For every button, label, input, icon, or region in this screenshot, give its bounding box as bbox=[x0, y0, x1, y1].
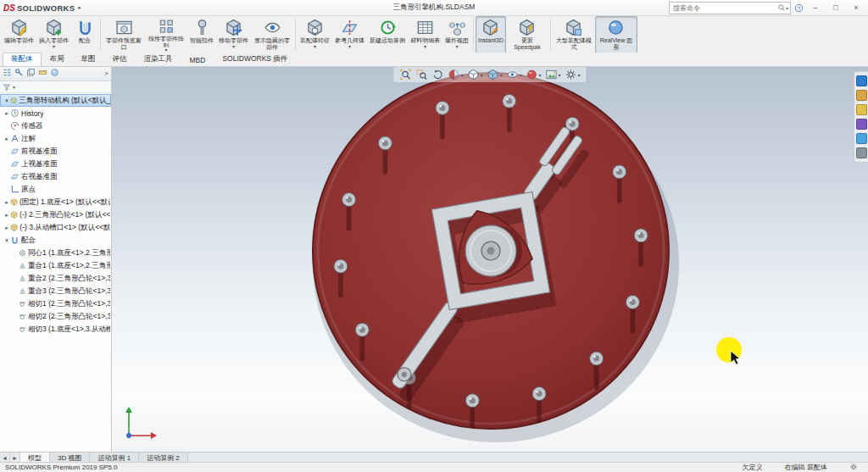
minimize-button[interactable]: – bbox=[807, 2, 824, 14]
statusbar-options-button[interactable] bbox=[849, 463, 858, 472]
panel-config-tab[interactable] bbox=[26, 68, 36, 79]
ribbon-button-speedpak[interactable]: 更新 Speedpak bbox=[506, 16, 548, 53]
help-icon[interactable]: ? bbox=[794, 3, 804, 13]
zoom-fit-button[interactable] bbox=[398, 68, 412, 81]
tree-item[interactable]: 重合3 (2.三角形凸轮<1>,3.从动 bbox=[0, 285, 111, 297]
maximize-button[interactable]: □ bbox=[827, 2, 844, 14]
tree-expand-arrow[interactable]: ▾ bbox=[3, 237, 10, 244]
ribbon-button-edit-component[interactable]: 编辑零部件 bbox=[2, 16, 36, 53]
tree-item[interactable]: 重合1 (1.底座<1>,2.三角形凸轮 bbox=[0, 259, 111, 272]
search-caret-icon[interactable]: ▾ bbox=[786, 5, 788, 11]
plane-icon bbox=[10, 172, 19, 181]
tree-item[interactable]: 相切1 (2.三角形凸轮<1>,3.从动 bbox=[0, 297, 111, 310]
ribbon-button-bom[interactable]: 材料明细表▾ bbox=[408, 16, 442, 53]
tree-item[interactable]: 同心1 (1.底座<1>,2.三角形凸轮 bbox=[0, 247, 111, 259]
tree-item[interactable]: 右视基准面 bbox=[0, 170, 111, 183]
tree-filter[interactable]: ▾ bbox=[0, 81, 111, 93]
3d-viewport-scene[interactable] bbox=[112, 66, 868, 453]
hide-show-items-button[interactable]: ▾ bbox=[505, 68, 522, 81]
tab-渲染工具[interactable]: 渲染工具 bbox=[136, 53, 181, 66]
tree-item[interactable]: 相切2 (2.三角形凸轮<1>,3.从动 bbox=[0, 310, 111, 323]
tree-item[interactable]: 前视基准面 bbox=[0, 145, 111, 158]
search-icon[interactable] bbox=[777, 3, 786, 12]
ribbon-button-smart-fasteners[interactable]: 智能扣件 bbox=[187, 16, 216, 53]
panel-dimxpert-tab[interactable] bbox=[38, 68, 47, 79]
zoom-area-button[interactable] bbox=[415, 68, 428, 81]
file-explorer-button[interactable] bbox=[856, 104, 867, 115]
tree-item[interactable]: ▸(-) 2.三角形凸轮<1> (默认<<默认> bbox=[0, 208, 111, 221]
logo-text: SOLIDWORKS bbox=[17, 3, 75, 13]
panel-tabs: > bbox=[0, 66, 111, 81]
tree-item-label: 上视基准面 bbox=[21, 159, 58, 169]
edit-appearance-button[interactable]: ▾ bbox=[526, 68, 542, 81]
ribbon-button-realview[interactable]: RealView 图形 bbox=[595, 16, 637, 53]
ribbon-button-label: 材料明细表 bbox=[410, 37, 440, 44]
close-button[interactable]: × bbox=[848, 2, 865, 14]
tree-item[interactable]: 传感器 bbox=[0, 119, 111, 132]
ribbon-button-label: 零部件预览窗口 bbox=[105, 37, 142, 51]
ribbon-button-move-component[interactable]: 移动零部件▾ bbox=[216, 16, 251, 53]
view-settings-button[interactable]: ▾ bbox=[565, 68, 581, 81]
display-style-button[interactable]: ▾ bbox=[486, 68, 503, 81]
tree-item[interactable]: 重合2 (2.三角形凸轮<1>,3.从动 bbox=[0, 272, 111, 285]
design-library-button[interactable] bbox=[856, 90, 867, 101]
mate-icon bbox=[76, 19, 94, 36]
appearances-scenes-button[interactable] bbox=[856, 133, 867, 144]
tangent-icon bbox=[19, 312, 26, 321]
ribbon-button-label: 移动零部件 bbox=[219, 37, 248, 44]
ribbon-button-show-hidden[interactable]: 显示隐藏的零部件 bbox=[251, 16, 293, 53]
tree-item[interactable]: ▸History bbox=[0, 107, 111, 119]
ribbon-button-motion-study[interactable]: 新建运动算例 bbox=[367, 16, 408, 53]
ribbon-button-assembly-features[interactable]: 装配体特征▾ bbox=[298, 16, 332, 53]
feature-manager-panel: > ▾ ▾三角形转动机构 (默认<默认_显示状态-▸History传感器▸注解前… bbox=[0, 66, 112, 453]
apply-scene-button[interactable]: ▾ bbox=[545, 68, 562, 81]
tree-expand-arrow[interactable]: ▸ bbox=[3, 110, 10, 117]
panel-tree-tab[interactable] bbox=[3, 68, 12, 79]
custom-properties-button[interactable] bbox=[856, 147, 867, 158]
previous-view-button[interactable] bbox=[431, 68, 444, 81]
ribbon-button-large-assembly[interactable]: 大型装配体模式 bbox=[553, 16, 595, 53]
section-view-button[interactable]: ▾ bbox=[447, 68, 464, 81]
ribbon-button-linear-pattern[interactable]: 线性零部件阵列▾ bbox=[145, 16, 187, 53]
view-palette-button[interactable] bbox=[856, 119, 867, 130]
tree-item[interactable]: ▸注解 bbox=[0, 132, 111, 145]
tab-布局[interactable]: 布局 bbox=[42, 53, 73, 66]
solidworks-resources-button[interactable] bbox=[856, 75, 867, 86]
tree-item[interactable]: 相切3 (1.底座<1>,3.从动槽口<1 bbox=[0, 323, 111, 336]
tab-MBD[interactable]: MBD bbox=[181, 54, 214, 66]
tab-草图[interactable]: 草图 bbox=[73, 53, 104, 66]
ribbon-button-instant3d[interactable]: Instant3D bbox=[476, 16, 506, 53]
ribbon-button-mate[interactable]: 配合 bbox=[71, 16, 98, 53]
tree-item[interactable]: 原点 bbox=[0, 183, 111, 196]
tree-item[interactable]: 上视基准面 bbox=[0, 158, 111, 170]
tree-expand-arrow[interactable]: ▸ bbox=[3, 199, 10, 206]
ribbon-button-reference-geometry[interactable]: 参考几何体▾ bbox=[332, 16, 367, 53]
ribbon-button-insert-component[interactable]: 插入零部件▾ bbox=[36, 16, 71, 53]
search-input[interactable] bbox=[671, 3, 777, 13]
panel-display-tab[interactable] bbox=[50, 68, 59, 79]
ribbon-button-label: 插入零部件 bbox=[39, 37, 69, 44]
ribbon-button-label: 新建运动算例 bbox=[370, 37, 405, 44]
tangent-icon bbox=[19, 299, 26, 308]
ribbon-button-exploded-view[interactable]: 爆炸视图▾ bbox=[442, 16, 471, 53]
ribbon-button-component-preview[interactable]: 零部件预览窗口 bbox=[103, 16, 145, 53]
tree-item[interactable]: ▸(固定) 1.底座<1> (默认<<默认>_显 bbox=[0, 196, 111, 208]
tree-item-label: 右视基准面 bbox=[21, 172, 58, 182]
tab-评估[interactable]: 评估 bbox=[104, 53, 136, 66]
tree-expand-arrow[interactable]: ▸ bbox=[3, 212, 10, 219]
view-orientation-button[interactable]: ▾ bbox=[466, 68, 483, 81]
tree-expand-arrow[interactable]: ▸ bbox=[3, 225, 10, 231]
menu-expand-icon[interactable]: ▸ bbox=[78, 4, 81, 11]
panel-property-tab[interactable] bbox=[14, 68, 24, 79]
tree-expand-arrow[interactable]: ▾ bbox=[3, 97, 10, 104]
taskpane bbox=[854, 71, 868, 163]
tab-装配体[interactable]: 装配体 bbox=[3, 53, 42, 66]
tree-item[interactable]: ▾配合 bbox=[0, 234, 111, 247]
tree-expand-arrow[interactable]: ▸ bbox=[3, 136, 10, 142]
tree-item[interactable]: ▸(-) 3.从动槽口<1> (默认<<默认>_ bbox=[0, 221, 111, 234]
tree-item[interactable]: ▾三角形转动机构 (默认<默认_显示状态- bbox=[0, 94, 111, 107]
panel-flyout-chevron[interactable]: > bbox=[104, 69, 108, 77]
display-style-icon bbox=[487, 69, 498, 81]
tab-SOLIDWORKS 插件[interactable]: SOLIDWORKS 插件 bbox=[214, 53, 296, 66]
show-hidden-icon bbox=[264, 19, 281, 36]
